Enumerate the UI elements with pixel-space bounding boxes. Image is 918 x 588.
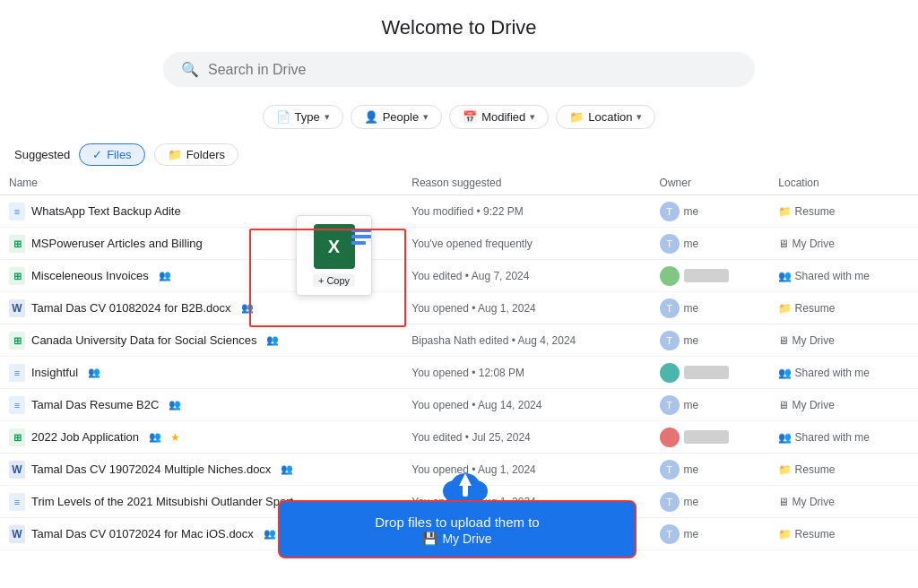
drop-overlay: Drop files to upload them to 💾 My Drive — [278, 500, 637, 558]
reason-cell: You opened • 12:08 PM — [403, 357, 650, 389]
table-row[interactable]: ⊞2022 Job Application👥★You edited • Jul … — [0, 421, 918, 454]
svg-rect-5 — [463, 484, 468, 497]
drive-icon-small: 💾 — [422, 532, 437, 546]
filter-bar: 📄 Type ▾ 👤 People ▾ 📅 Modified ▾ 📁 Locat… — [0, 96, 918, 136]
search-icon: 🔍 — [181, 61, 199, 78]
table-row[interactable]: ⊞Canada University Data for Social Scien… — [0, 324, 918, 357]
filter-people-label: People — [383, 110, 419, 124]
filter-type[interactable]: 📄 Type ▾ — [263, 105, 343, 129]
location-cell: 📁 Resume — [769, 454, 918, 486]
location-cell: 🖥 My Drive — [769, 486, 918, 518]
filter-location[interactable]: 📁 Location ▾ — [556, 105, 655, 129]
location-icon: 📁 — [569, 110, 584, 124]
modified-icon: 📅 — [463, 110, 477, 124]
filter-modified-label: Modified — [481, 110, 525, 124]
table-row[interactable]: ≡Tamal Das Resume B2C👥You opened • Aug 1… — [0, 389, 918, 421]
header: Welcome to Drive 🔍 — [0, 0, 918, 96]
owner-cell: T me — [651, 518, 770, 550]
location-cell: 🖥 My Drive — [769, 228, 918, 260]
excel-icon: X — [314, 224, 355, 269]
tab-folders-label: Folders — [186, 148, 225, 161]
drop-text-sub: 💾 My Drive — [298, 532, 617, 546]
location-cell: 📁 Resume — [769, 292, 918, 324]
reason-cell: Bipasha Nath edited • Aug 4, 2024 — [403, 324, 650, 357]
type-icon: 📄 — [276, 110, 290, 124]
location-cell: 👥 Shared with me — [769, 357, 918, 389]
file-name-cell[interactable]: WTamal Das CV 01082024 for B2B.docx👥 — [0, 292, 403, 324]
chevron-down-icon: ▾ — [325, 111, 330, 123]
filter-modified[interactable]: 📅 Modified ▾ — [449, 105, 549, 129]
reason-cell: You modified • 9:22 PM — [403, 195, 650, 228]
search-bar[interactable]: 🔍 — [163, 52, 755, 87]
table-row[interactable]: ≡Insightful👥You opened • 12:08 PM __ 👥 S… — [0, 357, 918, 389]
tab-files-label: Files — [107, 148, 131, 161]
excel-drag-icon: X + Copy — [296, 215, 372, 296]
owner-cell: T me — [651, 324, 770, 357]
filter-type-label: Type — [295, 110, 320, 124]
location-cell: 📁 Resume — [769, 518, 918, 550]
location-cell: 📁 Resume — [769, 195, 918, 228]
owner-cell: T me — [651, 195, 770, 228]
location-cell: 🖥 My Drive — [769, 389, 918, 421]
owner-cell: T me — [651, 486, 770, 518]
reason-cell: You edited • Jul 25, 2024 — [403, 421, 650, 454]
chevron-down-icon: ▾ — [637, 111, 642, 123]
checkmark-icon: ✓ — [92, 148, 102, 161]
owner-cell: __ — [651, 260, 770, 292]
location-cell: 🖥 My Drive — [769, 324, 918, 357]
chevron-down-icon: ▾ — [530, 111, 535, 123]
suggested-bar: Suggested ✓ Files 📁 Folders — [0, 136, 918, 171]
people-icon: 👤 — [364, 110, 378, 124]
drop-text-main: Drop files to upload them to — [298, 514, 617, 530]
file-name-cell[interactable]: ⊞2022 Job Application👥★ — [0, 421, 403, 454]
filter-location-label: Location — [588, 110, 632, 124]
owner-cell: T me — [651, 454, 770, 486]
owner-cell: T me — [651, 292, 770, 324]
page-title: Welcome to Drive — [0, 16, 918, 39]
location-cell: 👥 Shared with me — [769, 421, 918, 454]
drop-text-sub-label: My Drive — [442, 532, 491, 546]
folder-icon: 📁 — [168, 148, 182, 161]
reason-cell: You edited • Aug 7, 2024 — [403, 260, 650, 292]
chevron-down-icon: ▾ — [423, 111, 429, 123]
excel-lines — [351, 229, 371, 245]
reason-cell: You've opened frequently — [403, 228, 650, 260]
owner-cell: T me — [651, 228, 770, 260]
col-owner: Owner — [651, 171, 770, 195]
file-name-cell[interactable]: ⊞Canada University Data for Social Scien… — [0, 324, 403, 357]
col-location: Location — [769, 171, 918, 195]
file-name-cell[interactable]: ≡Insightful👥 — [0, 357, 403, 389]
location-cell: 👥 Shared with me — [769, 260, 918, 292]
col-reason: Reason suggested — [403, 171, 650, 195]
col-name: Name — [0, 171, 403, 195]
tab-folders[interactable]: 📁 Folders — [154, 143, 238, 166]
table-header-row: Name Reason suggested Owner Location — [0, 171, 918, 195]
reason-cell: You opened • Aug 1, 2024 — [403, 292, 650, 324]
owner-cell: __ — [651, 421, 770, 454]
reason-cell: You opened • Aug 14, 2024 — [403, 389, 650, 421]
table-row[interactable]: ≡WhatsApp Text Backup AditeYou modified … — [0, 195, 918, 228]
table-row[interactable]: ⊞MSPoweruser Articles and BillingYou've … — [0, 228, 918, 260]
file-name-cell[interactable]: WTamal Das CV 19072024 Multiple Niches.d… — [0, 454, 403, 486]
suggested-label: Suggested — [14, 148, 70, 161]
table-row[interactable]: ⊞Misceleneous Invoices👥You edited • Aug … — [0, 260, 918, 292]
copy-badge: + Copy — [313, 274, 355, 287]
owner-cell: T me — [651, 389, 770, 421]
filter-people[interactable]: 👤 People ▾ — [351, 105, 442, 129]
owner-cell: __ — [651, 357, 770, 389]
search-input[interactable] — [208, 62, 737, 78]
tab-files[interactable]: ✓ Files — [79, 143, 144, 166]
file-name-cell[interactable]: ≡Tamal Das Resume B2C👥 — [0, 389, 403, 421]
reason-cell: You opened • Aug 1, 2024 — [403, 454, 650, 486]
table-row[interactable]: WTamal Das CV 01082024 for B2B.docx👥You … — [0, 292, 918, 324]
